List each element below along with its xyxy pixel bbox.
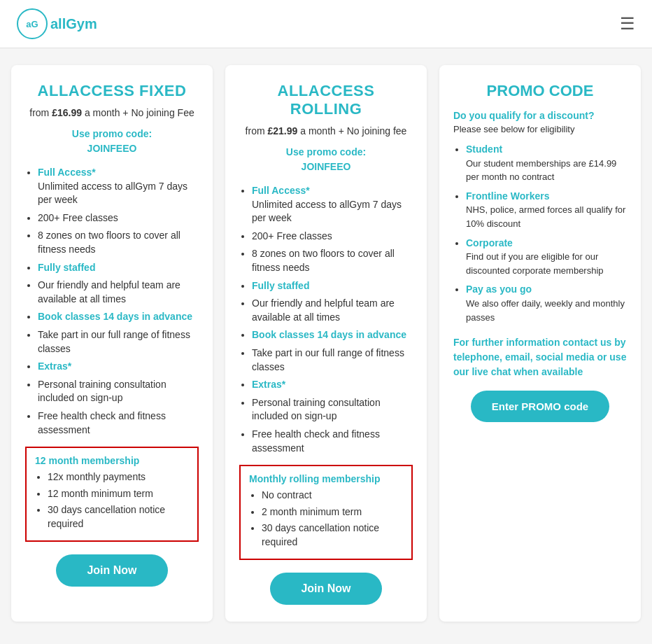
list-item: Full Access*Unlimited access to allGym 7… [252, 184, 413, 225]
promo-code-box-rolling: Use promo code: JOINFEEO [239, 145, 413, 174]
membership-title-rolling: Monthly rolling membership [249, 473, 403, 484]
list-item: 12 month minimum term [48, 487, 189, 501]
list-item: 8 zones on two floors to cover all fitne… [38, 229, 199, 256]
list-item: Personal training consultation included … [252, 396, 413, 424]
list-item: Student Our student memberships are £14.… [466, 143, 627, 184]
list-item: Extras* [38, 360, 199, 374]
list-item: 200+ Free classes [252, 230, 413, 244]
plan-price-rolling: from £21.99 a month + No joining fee [239, 125, 413, 136]
membership-items-fixed: 12x monthly payments 12 month minimum te… [35, 470, 189, 531]
list-item: Free health check and fitness assessment [38, 410, 199, 437]
list-item: Personal training consultation included … [38, 378, 199, 405]
join-now-button-rolling[interactable]: Join Now [270, 573, 381, 605]
enter-promo-button[interactable]: Enter PROMO code [471, 391, 609, 422]
list-item: 30 days cancellation notice required [262, 522, 403, 549]
list-item: Fully staffed [38, 261, 199, 275]
list-item: Take part in our full range of fitness c… [252, 346, 413, 374]
logo-text: allGym [50, 16, 97, 32]
list-item: Frontline Workers NHS, police, armed for… [466, 190, 627, 231]
list-item: Corporate Find out if you are eligible f… [466, 237, 627, 278]
list-item: 12x monthly payments [48, 470, 189, 484]
plan-title-rolling: ALLACCESS ROLLING [239, 82, 413, 118]
plan-card-fixed: ALLACCESS FIXED from £16.99 a month + No… [11, 65, 213, 622]
list-item: Fully staffed [252, 279, 413, 293]
hamburger-menu-icon[interactable]: ☰ [620, 15, 635, 32]
list-item: 30 days cancellation notice required [48, 503, 189, 531]
logo-circle: aG [17, 8, 48, 39]
membership-title-fixed: 12 month membership [35, 455, 189, 466]
list-item: 200+ Free classes [38, 211, 199, 225]
discount-list: Student Our student memberships are £14.… [453, 143, 627, 324]
membership-box-fixed: 12 month membership 12x monthly payments… [25, 447, 199, 542]
list-item: Our friendly and helpful team are availa… [252, 297, 413, 324]
promo-card: PROMO CODE Do you qualify for a discount… [439, 65, 641, 622]
features-list-rolling: Full Access*Unlimited access to allGym 7… [239, 184, 413, 455]
plans-container: ALLACCESS FIXED from £16.99 a month + No… [0, 48, 652, 638]
promo-card-title: PROMO CODE [453, 82, 627, 100]
list-item: Full Access*Unlimited access to allGym 7… [38, 166, 199, 207]
logo-container[interactable]: aG allGym [17, 8, 97, 39]
qualify-title: Do you qualify for a discount? [453, 110, 627, 121]
join-now-button-fixed[interactable]: Join Now [56, 554, 167, 587]
list-item: Book classes 14 days in advance [252, 328, 413, 342]
list-item: Free health check and fitness assessment [252, 428, 413, 455]
list-item: Our friendly and helpful team are availa… [38, 279, 199, 306]
plan-title-fixed: ALLACCESS FIXED [25, 82, 199, 100]
features-list-fixed: Full Access*Unlimited access to allGym 7… [25, 166, 199, 437]
qualify-sub: Please see below for eligibility [453, 124, 627, 134]
membership-box-rolling: Monthly rolling membership No contract 2… [239, 465, 413, 560]
list-item: 8 zones on two floors to cover all fitne… [252, 247, 413, 274]
plan-card-rolling: ALLACCESS ROLLING from £21.99 a month + … [225, 65, 427, 622]
list-item: Book classes 14 days in advance [38, 310, 199, 324]
list-item: Extras* [252, 378, 413, 392]
promo-code-box-fixed: Use promo code: JOINFEEO [25, 127, 199, 156]
membership-items-rolling: No contract 2 month minimum term 30 days… [249, 489, 403, 549]
list-item: Take part in our full range of fitness c… [38, 328, 199, 356]
list-item: Pay as you go We also offer daily, weekl… [466, 283, 627, 324]
promo-contact-text: For further information contact us by te… [453, 335, 627, 379]
list-item: No contract [262, 489, 403, 503]
list-item: 2 month minimum term [262, 505, 403, 519]
plan-price-fixed: from £16.99 a month + No joining Fee [25, 107, 199, 118]
